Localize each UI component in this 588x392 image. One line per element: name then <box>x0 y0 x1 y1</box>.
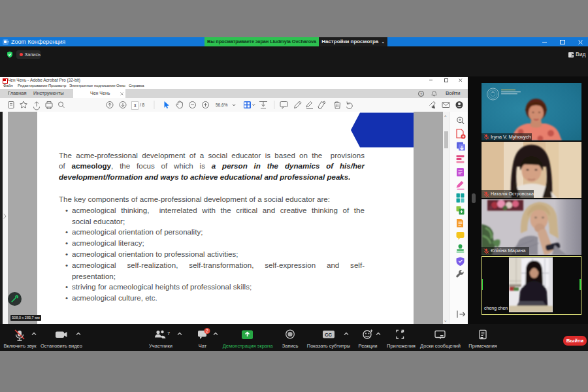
svg-text:CC: CC <box>325 332 332 338</box>
svg-text:2: 2 <box>206 329 208 333</box>
svg-text:7: 7 <box>167 331 170 336</box>
